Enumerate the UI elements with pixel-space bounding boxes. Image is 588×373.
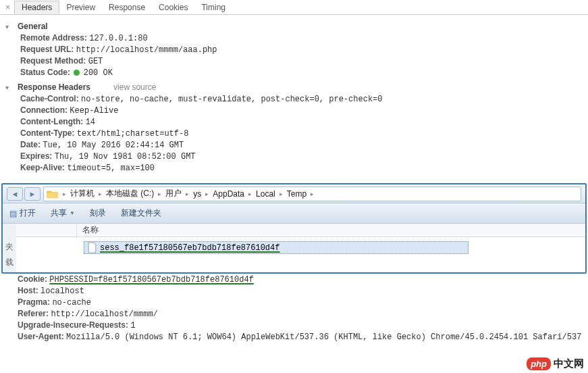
list-item[interactable]: sess_f8e1f57180567eb7bdb718fe87610d4f — [84, 241, 469, 254]
tab-preview[interactable]: Preview — [59, 1, 102, 14]
cache-control-value: no-store, no-cache, must-revalidate, pos… — [81, 95, 382, 104]
explorer-toolbar: ▤ 打开 共享 ▼ 刻录 新建文件夹 — [3, 203, 585, 224]
crumb-ys[interactable]: ys — [190, 189, 204, 199]
keep-alive-value: timeout=5, max=100 — [67, 164, 155, 173]
watermark: php 中文网 — [527, 357, 584, 370]
column-name[interactable]: 名称 — [77, 224, 585, 236]
request-method-value: GET — [88, 57, 103, 66]
cache-control-label: Cache-Control: — [20, 94, 79, 103]
watermark-logo: php — [527, 357, 551, 370]
section-request-headers-continued: Cookie: PHPSESSID=f8e1f57180567eb7bdb718… — [0, 272, 588, 348]
crumb-temp[interactable]: Temp — [284, 189, 309, 199]
connection-label: Connection: — [20, 105, 68, 115]
chevron-right-icon: ▸ — [278, 191, 284, 197]
referer-value: http://localhost/mmmm/ — [51, 309, 157, 319]
section-title-general: General — [18, 22, 48, 31]
sidebar-fragment: 夹 载 — [3, 224, 16, 272]
chevron-right-icon: ▸ — [61, 191, 68, 197]
chevron-right-icon: ▸ — [204, 191, 210, 197]
pragma-value: no-cache — [52, 298, 91, 307]
status-dot-icon — [74, 70, 80, 76]
collapse-icon[interactable]: ▾ — [5, 23, 11, 30]
tab-headers[interactable]: Headers — [14, 1, 59, 14]
status-code-value: 200 OK — [84, 68, 113, 78]
pragma-label: Pragma: — [18, 297, 50, 307]
toolbar-newfolder[interactable]: 新建文件夹 — [121, 207, 161, 219]
date-value: Tue, 10 May 2016 02:44:14 GMT — [43, 141, 184, 150]
crumb-local[interactable]: Local — [253, 189, 278, 199]
file-icon — [87, 243, 97, 253]
crumb-users[interactable]: 用户 — [163, 188, 184, 199]
devtools-tabs: × Headers Preview Response Cookies Timin… — [0, 0, 588, 15]
request-url-label: Request URL: — [20, 45, 74, 54]
chevron-right-icon: ▸ — [247, 191, 253, 197]
upgrade-value: 1 — [130, 321, 135, 330]
nav-back-button[interactable]: ◄ — [7, 187, 23, 201]
expires-label: Expires: — [20, 151, 52, 161]
content-type-value: text/html;charset=utf-8 — [77, 129, 189, 139]
toolbar-burn[interactable]: 刻录 — [90, 207, 106, 219]
windows-explorer-window: ◄ ► ▸ 计算机 ▸ 本地磁盘 (C:) ▸ 用户 ▸ ys ▸ AppDat… — [1, 183, 587, 274]
connection-value: Keep-Alive — [70, 106, 118, 116]
cookie-value: PHPSESSID=f8e1f57180567eb7bdb718fe87610d… — [49, 275, 253, 284]
expires-value: Thu, 19 Nov 1981 08:52:00 GMT — [55, 152, 196, 161]
content-type-label: Content-Type: — [20, 128, 74, 138]
nav-forward-button[interactable]: ► — [24, 187, 41, 201]
content-length-value: 14 — [86, 118, 95, 127]
close-icon[interactable]: × — [1, 3, 14, 12]
host-label: Host: — [18, 286, 38, 295]
chevron-down-icon: ▼ — [70, 210, 75, 216]
crumb-localdisk[interactable]: 本地磁盘 (C:) — [103, 188, 157, 199]
tab-response[interactable]: Response — [102, 1, 152, 14]
crumb-computer[interactable]: 计算机 — [68, 188, 97, 199]
cookie-label: Cookie: — [18, 274, 47, 284]
date-label: Date: — [20, 140, 41, 149]
chevron-right-icon: ▸ — [309, 191, 315, 197]
toolbar-share[interactable]: 共享 ▼ — [51, 207, 75, 219]
tab-timing[interactable]: Timing — [194, 1, 232, 14]
section-title-response-headers: Response Headers — [18, 82, 90, 92]
toolbar-open[interactable]: ▤ 打开 — [9, 207, 36, 219]
remote-address-label: Remote Address: — [20, 33, 87, 43]
tab-cookies[interactable]: Cookies — [152, 1, 194, 14]
chevron-right-icon: ▸ — [184, 191, 190, 197]
explorer-addressbar: ◄ ► ▸ 计算机 ▸ 本地磁盘 (C:) ▸ 用户 ▸ ys ▸ AppDat… — [3, 184, 585, 203]
headers-panel: ▾ General Remote Address: 127.0.0.1:80 R… — [0, 15, 588, 179]
request-method-label: Request Method: — [20, 56, 86, 66]
file-name: sess_f8e1f57180567eb7bdb718fe87610d4f — [100, 243, 279, 253]
referer-label: Referer: — [18, 309, 49, 318]
crumb-appdata[interactable]: AppData — [210, 189, 247, 199]
breadcrumb[interactable]: ▸ 计算机 ▸ 本地磁盘 (C:) ▸ 用户 ▸ ys ▸ AppData ▸ … — [43, 186, 581, 201]
collapse-icon[interactable]: ▾ — [5, 84, 11, 91]
chevron-right-icon: ▸ — [97, 191, 103, 197]
remote-address-value: 127.0.0.1:80 — [89, 34, 147, 43]
column-headers: 名称 — [16, 224, 585, 237]
section-general: ▾ General Remote Address: 127.0.0.1:80 R… — [5, 22, 583, 78]
upgrade-label: Upgrade-Insecure-Requests: — [18, 320, 128, 330]
keep-alive-label: Keep-Alive: — [20, 163, 65, 172]
watermark-text: 中文网 — [554, 357, 584, 370]
section-response-headers: ▾ Response Headers view source Cache-Con… — [5, 82, 583, 174]
view-source-link[interactable]: view source — [113, 82, 156, 92]
user-agent-value: Mozilla/5.0 (Windows NT 6.1; WOW64) Appl… — [66, 332, 583, 342]
status-code-label: Status Code: — [20, 68, 70, 77]
folder-icon — [47, 189, 59, 199]
host-value: localhost — [41, 287, 84, 296]
user-agent-label: User-Agent: — [18, 332, 64, 341]
chevron-right-icon: ▸ — [157, 191, 163, 197]
request-url-value: http://localhost/mmmm/aaa.php — [76, 45, 217, 55]
content-length-label: Content-Length: — [20, 117, 83, 126]
